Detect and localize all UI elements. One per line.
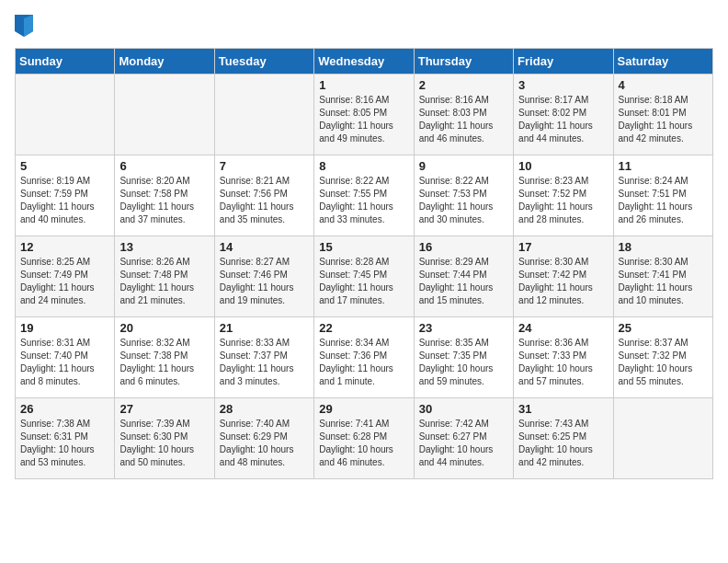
- calendar-header-row: SundayMondayTuesdayWednesdayThursdayFrid…: [16, 49, 713, 75]
- calendar-week-row: 19Sunrise: 8:31 AM Sunset: 7:40 PM Dayli…: [16, 317, 713, 398]
- calendar-cell: 3Sunrise: 8:17 AM Sunset: 8:02 PM Daylig…: [514, 75, 613, 155]
- day-info: Sunrise: 8:37 AM Sunset: 7:32 PM Dayligh…: [619, 337, 708, 388]
- day-info: Sunrise: 8:30 AM Sunset: 7:41 PM Dayligh…: [619, 256, 708, 307]
- column-header-tuesday: Tuesday: [214, 49, 313, 75]
- calendar-cell: 15Sunrise: 8:28 AM Sunset: 7:45 PM Dayli…: [314, 236, 414, 317]
- calendar-cell: 19Sunrise: 8:31 AM Sunset: 7:40 PM Dayli…: [16, 317, 115, 398]
- day-info: Sunrise: 8:21 AM Sunset: 7:56 PM Dayligh…: [220, 175, 309, 226]
- calendar-cell: [214, 75, 313, 155]
- calendar-cell: 23Sunrise: 8:35 AM Sunset: 7:35 PM Dayli…: [414, 317, 513, 398]
- calendar-cell: 10Sunrise: 8:23 AM Sunset: 7:52 PM Dayli…: [514, 155, 613, 236]
- calendar-cell: 4Sunrise: 8:18 AM Sunset: 8:01 PM Daylig…: [613, 75, 712, 155]
- day-number: 27: [119, 402, 209, 416]
- day-number: 4: [619, 78, 708, 92]
- logo-icon: [15, 15, 33, 37]
- day-number: 17: [518, 240, 608, 254]
- day-info: Sunrise: 8:16 AM Sunset: 8:03 PM Dayligh…: [419, 94, 508, 145]
- day-number: 31: [518, 402, 608, 416]
- calendar-cell: 27Sunrise: 7:39 AM Sunset: 6:30 PM Dayli…: [115, 398, 214, 479]
- day-number: 25: [619, 321, 708, 335]
- day-number: 1: [319, 78, 408, 92]
- column-header-sunday: Sunday: [16, 49, 115, 75]
- day-number: 2: [419, 78, 508, 92]
- day-info: Sunrise: 8:31 AM Sunset: 7:40 PM Dayligh…: [20, 337, 109, 388]
- calendar-week-row: 5Sunrise: 8:19 AM Sunset: 7:59 PM Daylig…: [16, 155, 713, 236]
- calendar-cell: 7Sunrise: 8:21 AM Sunset: 7:56 PM Daylig…: [214, 155, 313, 236]
- calendar-cell: [115, 75, 214, 155]
- day-info: Sunrise: 8:24 AM Sunset: 7:51 PM Dayligh…: [619, 175, 708, 226]
- calendar-cell: 31Sunrise: 7:43 AM Sunset: 6:25 PM Dayli…: [514, 398, 613, 479]
- day-info: Sunrise: 7:38 AM Sunset: 6:31 PM Dayligh…: [20, 418, 109, 469]
- day-info: Sunrise: 8:33 AM Sunset: 7:37 PM Dayligh…: [220, 337, 309, 388]
- day-info: Sunrise: 7:43 AM Sunset: 6:25 PM Dayligh…: [518, 418, 608, 469]
- calendar-cell: 11Sunrise: 8:24 AM Sunset: 7:51 PM Dayli…: [613, 155, 712, 236]
- calendar-week-row: 26Sunrise: 7:38 AM Sunset: 6:31 PM Dayli…: [16, 398, 713, 479]
- day-number: 29: [319, 402, 408, 416]
- day-number: 19: [20, 321, 109, 335]
- day-info: Sunrise: 8:22 AM Sunset: 7:55 PM Dayligh…: [319, 175, 408, 226]
- calendar-cell: 17Sunrise: 8:30 AM Sunset: 7:42 PM Dayli…: [514, 236, 613, 317]
- calendar-table: SundayMondayTuesdayWednesdayThursdayFrid…: [15, 48, 713, 479]
- calendar-cell: 6Sunrise: 8:20 AM Sunset: 7:58 PM Daylig…: [115, 155, 214, 236]
- day-number: 24: [518, 321, 608, 335]
- day-number: 28: [220, 402, 309, 416]
- day-info: Sunrise: 7:42 AM Sunset: 6:27 PM Dayligh…: [419, 418, 508, 469]
- calendar-cell: 14Sunrise: 8:27 AM Sunset: 7:46 PM Dayli…: [214, 236, 313, 317]
- day-info: Sunrise: 8:32 AM Sunset: 7:38 PM Dayligh…: [119, 337, 209, 388]
- day-number: 12: [20, 240, 109, 254]
- column-header-wednesday: Wednesday: [314, 49, 414, 75]
- calendar-cell: 13Sunrise: 8:26 AM Sunset: 7:48 PM Dayli…: [115, 236, 214, 317]
- day-info: Sunrise: 8:23 AM Sunset: 7:52 PM Dayligh…: [518, 175, 608, 226]
- calendar-cell: [613, 398, 712, 479]
- day-number: 8: [319, 159, 408, 173]
- day-number: 5: [20, 159, 109, 173]
- column-header-thursday: Thursday: [414, 49, 513, 75]
- calendar-week-row: 12Sunrise: 8:25 AM Sunset: 7:49 PM Dayli…: [16, 236, 713, 317]
- day-number: 22: [319, 321, 408, 335]
- day-info: Sunrise: 8:25 AM Sunset: 7:49 PM Dayligh…: [20, 256, 109, 307]
- day-info: Sunrise: 8:27 AM Sunset: 7:46 PM Dayligh…: [220, 256, 309, 307]
- day-number: 15: [319, 240, 408, 254]
- day-info: Sunrise: 7:39 AM Sunset: 6:30 PM Dayligh…: [119, 418, 209, 469]
- column-header-friday: Friday: [514, 49, 613, 75]
- calendar-cell: 8Sunrise: 8:22 AM Sunset: 7:55 PM Daylig…: [314, 155, 414, 236]
- calendar-week-row: 1Sunrise: 8:16 AM Sunset: 8:05 PM Daylig…: [16, 75, 713, 155]
- calendar-cell: [16, 75, 115, 155]
- calendar-cell: 21Sunrise: 8:33 AM Sunset: 7:37 PM Dayli…: [214, 317, 313, 398]
- day-number: 16: [419, 240, 508, 254]
- day-number: 11: [619, 159, 708, 173]
- day-info: Sunrise: 8:28 AM Sunset: 7:45 PM Dayligh…: [319, 256, 408, 307]
- day-number: 21: [220, 321, 309, 335]
- calendar-cell: 12Sunrise: 8:25 AM Sunset: 7:49 PM Dayli…: [16, 236, 115, 317]
- calendar-cell: 16Sunrise: 8:29 AM Sunset: 7:44 PM Dayli…: [414, 236, 513, 317]
- column-header-saturday: Saturday: [613, 49, 712, 75]
- day-info: Sunrise: 8:30 AM Sunset: 7:42 PM Dayligh…: [518, 256, 608, 307]
- day-info: Sunrise: 7:40 AM Sunset: 6:29 PM Dayligh…: [220, 418, 309, 469]
- calendar-cell: 1Sunrise: 8:16 AM Sunset: 8:05 PM Daylig…: [314, 75, 414, 155]
- calendar-cell: 29Sunrise: 7:41 AM Sunset: 6:28 PM Dayli…: [314, 398, 414, 479]
- day-number: 30: [419, 402, 508, 416]
- day-info: Sunrise: 8:35 AM Sunset: 7:35 PM Dayligh…: [419, 337, 508, 388]
- day-number: 23: [419, 321, 508, 335]
- calendar-cell: 22Sunrise: 8:34 AM Sunset: 7:36 PM Dayli…: [314, 317, 414, 398]
- day-number: 10: [518, 159, 608, 173]
- calendar-cell: 24Sunrise: 8:36 AM Sunset: 7:33 PM Dayli…: [514, 317, 613, 398]
- day-info: Sunrise: 7:41 AM Sunset: 6:28 PM Dayligh…: [319, 418, 408, 469]
- calendar-cell: 20Sunrise: 8:32 AM Sunset: 7:38 PM Dayli…: [115, 317, 214, 398]
- calendar-cell: 5Sunrise: 8:19 AM Sunset: 7:59 PM Daylig…: [16, 155, 115, 236]
- calendar-cell: 18Sunrise: 8:30 AM Sunset: 7:41 PM Dayli…: [613, 236, 712, 317]
- day-info: Sunrise: 8:20 AM Sunset: 7:58 PM Dayligh…: [119, 175, 209, 226]
- day-number: 9: [419, 159, 508, 173]
- page-header: [15, 15, 713, 37]
- day-info: Sunrise: 8:18 AM Sunset: 8:01 PM Dayligh…: [619, 94, 708, 145]
- day-info: Sunrise: 8:16 AM Sunset: 8:05 PM Dayligh…: [319, 94, 408, 145]
- calendar-cell: 9Sunrise: 8:22 AM Sunset: 7:53 PM Daylig…: [414, 155, 513, 236]
- day-number: 7: [220, 159, 309, 173]
- calendar-cell: 2Sunrise: 8:16 AM Sunset: 8:03 PM Daylig…: [414, 75, 513, 155]
- calendar-cell: 25Sunrise: 8:37 AM Sunset: 7:32 PM Dayli…: [613, 317, 712, 398]
- day-info: Sunrise: 8:34 AM Sunset: 7:36 PM Dayligh…: [319, 337, 408, 388]
- logo: [15, 15, 37, 37]
- day-info: Sunrise: 8:26 AM Sunset: 7:48 PM Dayligh…: [119, 256, 209, 307]
- day-info: Sunrise: 8:22 AM Sunset: 7:53 PM Dayligh…: [419, 175, 508, 226]
- day-number: 3: [518, 78, 608, 92]
